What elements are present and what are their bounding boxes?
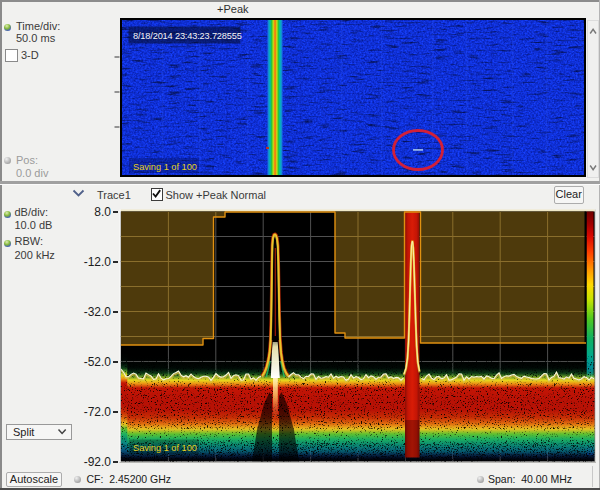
svg-text:Saving 1 of 100: Saving 1 of 100 xyxy=(133,443,197,453)
svg-text:8/18/2014 23:43:23.728555: 8/18/2014 23:43:23.728555 xyxy=(133,31,242,41)
svg-text:Saving 1 of 100: Saving 1 of 100 xyxy=(133,162,197,172)
